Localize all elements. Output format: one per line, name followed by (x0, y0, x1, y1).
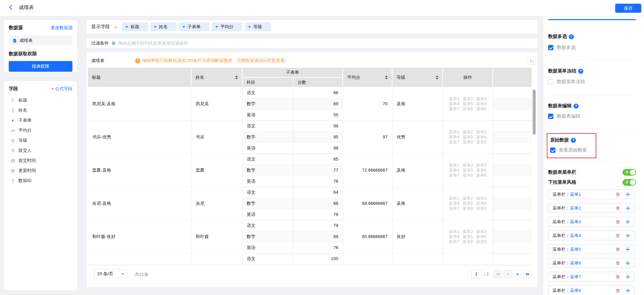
row-menu-link[interactable]: 菜单2 (463, 163, 473, 168)
menu-item-link[interactable]: 菜单1 (570, 191, 581, 197)
prev-page-button[interactable]: ◀ (503, 270, 512, 278)
field-item[interactable]: 更新时间 (9, 166, 72, 176)
gear-icon[interactable]: ⚙ (111, 41, 116, 46)
checkbox[interactable] (550, 148, 555, 153)
row-menu-link[interactable]: 菜单3 (476, 163, 487, 168)
row-menu-link[interactable]: 菜单9 (476, 206, 487, 211)
display-field-chip[interactable]: 等级 (245, 22, 271, 31)
page-size-select[interactable]: 20 条/页 (94, 270, 127, 278)
menu-bar-item[interactable]: 菜单栏：菜单5 (548, 244, 635, 254)
field-item[interactable]: 123平均分 (9, 125, 72, 135)
row-menu-link[interactable]: 菜单9 (476, 107, 487, 111)
move-icon[interactable] (626, 192, 630, 197)
help-icon[interactable]: ? (569, 34, 574, 39)
row-menu-link[interactable]: 菜单1 (449, 163, 459, 168)
move-icon[interactable] (626, 275, 630, 279)
move-icon[interactable] (626, 247, 630, 252)
row-menu-link[interactable]: 菜单3 (476, 196, 487, 201)
toggle-on-switch[interactable]: 开 (623, 169, 636, 176)
help-icon[interactable]: ? (574, 104, 579, 109)
trash-icon[interactable] (615, 288, 620, 293)
row-menu-link[interactable]: 菜单4 (449, 102, 459, 106)
help-icon[interactable]: ? (571, 138, 576, 143)
menu-bar-item[interactable]: 菜单栏：菜单3 (548, 217, 635, 227)
field-item[interactable]: 标题 (9, 95, 72, 105)
row-menu-link[interactable]: 菜单6 (476, 102, 487, 106)
checkbox[interactable] (548, 114, 553, 119)
row-menu-link[interactable]: 菜单4 (449, 201, 459, 206)
col-header-avg[interactable]: 平均分 (343, 68, 392, 87)
sort-icon[interactable] (385, 75, 388, 79)
row-menu-link[interactable]: 菜单6 (476, 135, 487, 139)
row-menu-link[interactable]: 菜单9 (476, 173, 487, 178)
first-page-button[interactable]: ◀◀ (493, 270, 501, 278)
row-menu-link[interactable]: 菜单8 (463, 140, 473, 144)
sort-order-icon[interactable]: 1↓ (528, 56, 536, 65)
sort-icon[interactable] (436, 75, 438, 79)
col-header-grade[interactable]: 等级 (392, 68, 443, 87)
move-icon[interactable] (626, 261, 630, 266)
display-field-chip[interactable]: 标题 (122, 22, 148, 31)
trash-icon[interactable] (615, 247, 620, 252)
move-icon[interactable] (626, 233, 630, 238)
row-menu-link[interactable]: 菜单9 (476, 239, 487, 244)
menu-item-link[interactable]: 菜单7 (570, 274, 581, 280)
row-menu-link[interactable]: 菜单9 (476, 140, 487, 144)
menu-bar-item[interactable]: 菜单栏：菜单7 (548, 272, 635, 282)
row-menu-link[interactable]: 菜单4 (449, 234, 459, 239)
menu-item-link[interactable]: 菜单3 (570, 219, 581, 225)
row-menu-link[interactable]: 菜单5 (463, 102, 473, 106)
field-item[interactable]: 提交时间 (9, 156, 72, 166)
row-menu-link[interactable]: 菜单7 (449, 239, 459, 244)
checkbox[interactable] (548, 79, 553, 84)
datasource-item[interactable]: 成绩表 (9, 36, 72, 46)
display-field-chip[interactable]: 姓名 (151, 22, 176, 31)
move-icon[interactable] (626, 220, 630, 224)
row-menu-link[interactable]: 菜单4 (449, 168, 459, 173)
row-menu-link[interactable]: 菜单4 (449, 135, 459, 139)
display-field-chip[interactable]: 子表单 (179, 22, 209, 31)
trash-icon[interactable] (615, 261, 620, 266)
row-menu-link[interactable]: 菜单2 (463, 229, 473, 234)
menu-item-link[interactable]: 菜单6 (570, 260, 581, 266)
row-menu-link[interactable]: 菜单7 (449, 206, 459, 211)
field-item[interactable]: 等级 (9, 135, 72, 145)
row-menu-link[interactable]: 菜单8 (463, 107, 473, 111)
row-menu-link[interactable]: 菜单2 (463, 97, 473, 101)
display-field-chip[interactable]: 平均分 (212, 22, 242, 31)
row-menu-link[interactable]: 菜单1 (449, 196, 459, 201)
field-item[interactable]: 子表单 (9, 115, 72, 125)
row-menu-link[interactable]: 菜单7 (449, 173, 459, 178)
row-menu-link[interactable]: 菜单2 (463, 130, 473, 134)
report-permission-button[interactable]: 报表权限 (9, 61, 72, 72)
save-button[interactable]: 保存 (615, 4, 641, 13)
row-menu-link[interactable]: 菜单5 (463, 201, 473, 206)
trash-icon[interactable] (615, 192, 620, 197)
add-formula-field-link[interactable]: + 公式字段 (51, 86, 72, 92)
row-menu-link[interactable]: 菜单8 (463, 206, 473, 211)
row-menu-link[interactable]: 菜单7 (449, 140, 459, 144)
sort-icon[interactable] (235, 75, 238, 79)
row-menu-link[interactable]: 菜单3 (476, 130, 487, 134)
help-icon[interactable]: ? (578, 69, 583, 74)
row-menu-link[interactable]: 菜单5 (463, 234, 473, 239)
row-menu-link[interactable]: 菜单5 (463, 135, 473, 139)
row-menu-link[interactable]: 菜单8 (463, 239, 473, 244)
last-page-button[interactable]: ▶▶ (524, 270, 532, 278)
menu-item-link[interactable]: 菜单2 (570, 205, 581, 211)
trash-icon[interactable] (615, 220, 620, 224)
row-menu-link[interactable]: 菜单2 (463, 196, 473, 201)
row-menu-link[interactable]: 菜单1 (449, 229, 459, 234)
next-page-button[interactable]: ▶ (514, 270, 522, 278)
checkbox[interactable] (548, 45, 553, 50)
menu-bar-item[interactable]: 菜单栏：菜单6 (548, 258, 635, 268)
toggle-on-switch[interactable]: 开 (623, 179, 636, 186)
table-scrollbar[interactable] (533, 90, 536, 135)
menu-item-link[interactable]: 菜单4 (570, 233, 581, 239)
field-item[interactable]: 数据ID (9, 176, 72, 186)
menu-bar-item[interactable]: 菜单栏：菜单2 (548, 203, 635, 213)
row-menu-link[interactable]: 菜单6 (476, 234, 487, 239)
row-menu-link[interactable]: 菜单3 (476, 229, 487, 234)
menu-item-link[interactable]: 菜单5 (570, 246, 581, 252)
trash-icon[interactable] (615, 233, 620, 238)
